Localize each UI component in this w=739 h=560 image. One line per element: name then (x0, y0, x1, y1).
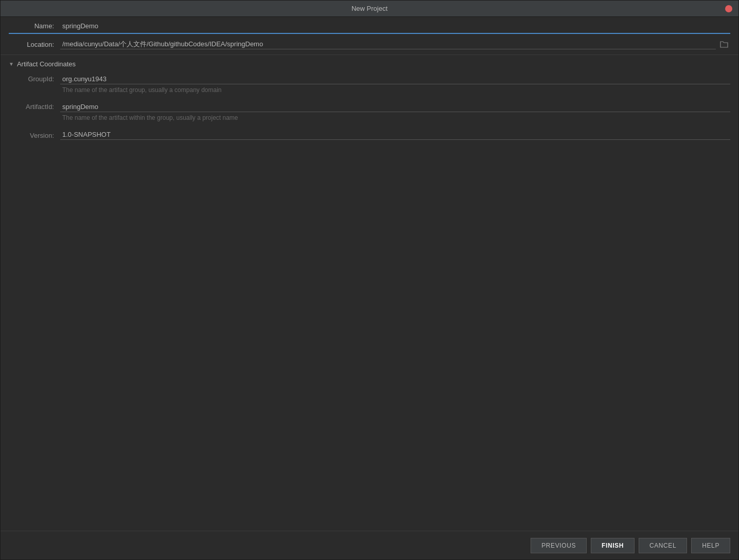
collapse-icon: ▼ (9, 61, 14, 67)
name-label: Name: (9, 22, 60, 30)
artifact-id-hint: The name of the artifact within the grou… (60, 114, 730, 125)
version-label: Version: (9, 131, 60, 139)
name-section: Name: (1, 17, 738, 34)
version-row: Version: (9, 127, 730, 143)
title-bar: New Project (1, 1, 738, 17)
version-col (60, 130, 730, 140)
close-button[interactable] (725, 5, 732, 12)
group-id-row: GroupId: The name of the artifact group,… (9, 71, 730, 99)
location-section: Location: (1, 34, 738, 55)
version-input[interactable] (60, 130, 730, 140)
artifact-section-title: Artifact Coordinates (17, 60, 76, 68)
location-input[interactable] (60, 39, 716, 49)
main-content (1, 143, 738, 531)
artifact-id-input[interactable] (60, 102, 730, 112)
artifact-id-col: The name of the artifact within the grou… (60, 102, 730, 125)
window-title: New Project (351, 5, 388, 12)
browse-folder-button[interactable] (718, 38, 730, 50)
bottom-bar: PREVIOUS FINISH CANCEL HELP (1, 531, 738, 559)
finish-button[interactable]: FINISH (591, 538, 635, 553)
name-input[interactable] (60, 21, 730, 31)
group-id-input[interactable] (60, 74, 730, 84)
artifact-section: ▼ Artifact Coordinates GroupId: The name… (1, 57, 738, 143)
location-label: Location: (9, 41, 60, 48)
cancel-button[interactable]: CANCEL (639, 538, 687, 553)
group-id-label: GroupId: (9, 74, 60, 83)
artifact-id-label: ArtifactId: (9, 102, 60, 111)
content-area: Name: Location: ▼ Artifact Coordinates (1, 17, 738, 559)
help-button[interactable]: HELP (691, 538, 730, 553)
new-project-dialog: New Project Name: Location: ▼ Ar (0, 0, 739, 560)
group-id-hint: The name of the artifact group, usually … (60, 86, 730, 98)
group-id-col: The name of the artifact group, usually … (60, 74, 730, 98)
artifact-id-row: ArtifactId: The name of the artifact wit… (9, 99, 730, 127)
name-row: Name: (9, 21, 730, 34)
artifact-fields: GroupId: The name of the artifact group,… (1, 71, 738, 143)
artifact-header[interactable]: ▼ Artifact Coordinates (1, 57, 738, 71)
previous-button[interactable]: PREVIOUS (531, 538, 587, 553)
